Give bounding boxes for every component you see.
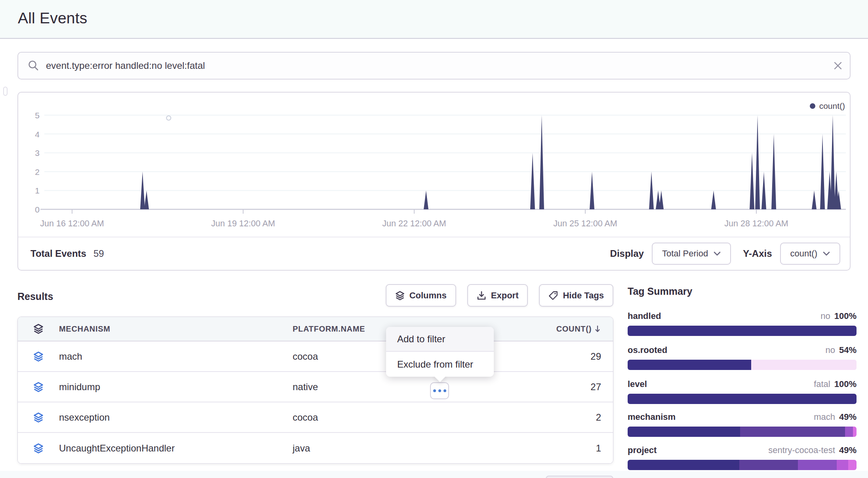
cell-actions-button[interactable] (430, 382, 449, 399)
search-input[interactable] (46, 60, 826, 71)
display-select[interactable]: Total Period (652, 243, 731, 265)
menu-item-add-to-filter[interactable]: Add to filter (386, 327, 494, 352)
tag-top-value: no (825, 345, 835, 355)
chart-footer: Total Events 59 Display Total Period Y-A… (18, 237, 850, 270)
cell-mechanism[interactable]: UncaughtExceptionHandler (59, 443, 293, 454)
chevron-down-icon (823, 251, 830, 256)
tag-bar[interactable] (628, 427, 857, 437)
tag-bar[interactable] (628, 326, 857, 336)
stack-icon (33, 382, 44, 392)
svg-text:4: 4 (35, 130, 40, 139)
search-bar (17, 52, 851, 80)
tag-top-value: no (820, 311, 830, 321)
tag-top-value: fatal (814, 379, 830, 389)
svg-text:2: 2 (35, 167, 40, 176)
table-row[interactable]: minidump native 27 (18, 372, 613, 402)
page-bottom-strip (0, 471, 868, 478)
sidebar-drag-handle[interactable] (3, 87, 8, 96)
tag-bar-segment (628, 360, 751, 370)
chevron-down-icon (714, 251, 721, 256)
tag-name: mechanism (628, 412, 676, 422)
tag-bar-segment (628, 427, 740, 437)
table-row[interactable]: UncaughtExceptionHandler java 1 (18, 433, 613, 463)
stack-icon (395, 291, 405, 300)
stack-icon (33, 351, 44, 362)
tag-pct: 100% (834, 311, 857, 321)
download-icon (477, 291, 486, 300)
tag-bar-segment (798, 460, 837, 470)
menu-item-exclude-from-filter[interactable]: Exclude from filter (386, 352, 494, 377)
tag-top-value: mach (814, 412, 835, 422)
column-header-mechanism[interactable]: MECHANISM (59, 324, 293, 334)
sort-desc-arrow-icon (594, 324, 601, 333)
svg-text:3: 3 (35, 148, 40, 157)
cell-mechanism[interactable]: nsexception (59, 412, 293, 423)
cell-platform[interactable]: native (293, 381, 499, 393)
count-header-label: COUNT() (556, 324, 592, 334)
all-events-page: All Events 012345Jun 16 12:00 AMJun 19 1… (0, 0, 868, 478)
chart-legend[interactable]: count() (810, 101, 845, 111)
tag-pct: 49% (839, 445, 857, 455)
tag-bar[interactable] (628, 460, 857, 470)
legend-label: count() (819, 101, 845, 111)
tag-summary-title: Tag Summary (628, 286, 857, 297)
events-chart[interactable]: 012345Jun 16 12:00 AMJun 19 12:00 AMJun … (18, 93, 850, 238)
tag-bar-segment (739, 460, 798, 470)
pagination-control-cutoff[interactable] (546, 476, 613, 478)
clear-search-icon[interactable] (826, 53, 850, 79)
table-row[interactable]: mach cocoa 29 (18, 341, 613, 372)
tag-row-handled[interactable]: handled no 100% (628, 311, 857, 336)
cell-count: 1 (499, 443, 613, 454)
tag-bar-segment (837, 460, 848, 470)
cell-mechanism[interactable]: mach (59, 351, 293, 362)
cell-platform[interactable]: cocoa (293, 412, 499, 423)
results-table: MECHANISM PLATFORM.NAME COUNT() mach coc… (17, 317, 613, 464)
tag-name: project (628, 445, 657, 455)
legend-dot-icon (810, 103, 815, 109)
tag-bar-segment (628, 394, 857, 404)
cell-platform[interactable]: java (293, 443, 499, 454)
hide-tags-button[interactable]: Hide Tags (539, 284, 613, 307)
svg-text:Jun 28 12:00 AM: Jun 28 12:00 AM (724, 219, 788, 228)
hide-tags-button-label: Hide Tags (563, 290, 604, 301)
svg-text:Jun 22 12:00 AM: Jun 22 12:00 AM (382, 219, 446, 228)
svg-text:0: 0 (35, 205, 40, 214)
tag-top-value: sentry-cocoa-test (768, 445, 835, 455)
tag-bar-segment (751, 360, 857, 370)
page-header: All Events (0, 0, 868, 39)
tag-pct: 100% (834, 379, 857, 389)
yaxis-label: Y-Axis (743, 248, 772, 259)
yaxis-select[interactable]: count() (780, 243, 840, 265)
tag-row-level[interactable]: level fatal 100% (628, 379, 857, 404)
cell-mechanism[interactable]: minidump (59, 381, 293, 393)
tag-row-mechanism[interactable]: mechanism mach 49% (628, 412, 857, 437)
tag-summary-panel: Tag Summary (628, 286, 857, 297)
column-header-count[interactable]: COUNT() (499, 324, 613, 334)
columns-button[interactable]: Columns (386, 284, 456, 307)
tag-name: handled (628, 311, 661, 321)
export-button-label: Export (491, 290, 519, 301)
tag-row-os-rooted[interactable]: os.rooted no 54% (628, 345, 857, 370)
tag-bar[interactable] (628, 394, 857, 404)
yaxis-select-value: count() (790, 248, 817, 259)
total-events-label: Total Events (30, 248, 86, 259)
cell-count: 2 (499, 412, 613, 423)
tag-bar-segment (848, 460, 857, 470)
stack-icon (33, 324, 44, 334)
svg-text:5: 5 (35, 111, 40, 120)
tag-bar-segment (628, 326, 857, 336)
tag-icon (548, 291, 558, 300)
table-header-row: MECHANISM PLATFORM.NAME COUNT() (18, 317, 613, 341)
svg-text:Jun 16 12:00 AM: Jun 16 12:00 AM (40, 219, 104, 228)
svg-text:1: 1 (35, 186, 40, 195)
tag-row-project[interactable]: project sentry-cocoa-test 49% (628, 445, 857, 470)
tag-bar-segment (845, 427, 853, 437)
svg-text:Jun 19 12:00 AM: Jun 19 12:00 AM (211, 219, 275, 228)
columns-button-label: Columns (409, 290, 447, 301)
table-row[interactable]: nsexception cocoa 2 (18, 402, 613, 433)
tag-pct: 54% (839, 345, 857, 355)
cell-count: 29 (499, 351, 613, 362)
tag-bar-segment (740, 427, 845, 437)
export-button[interactable]: Export (467, 284, 528, 307)
tag-bar[interactable] (628, 360, 857, 370)
